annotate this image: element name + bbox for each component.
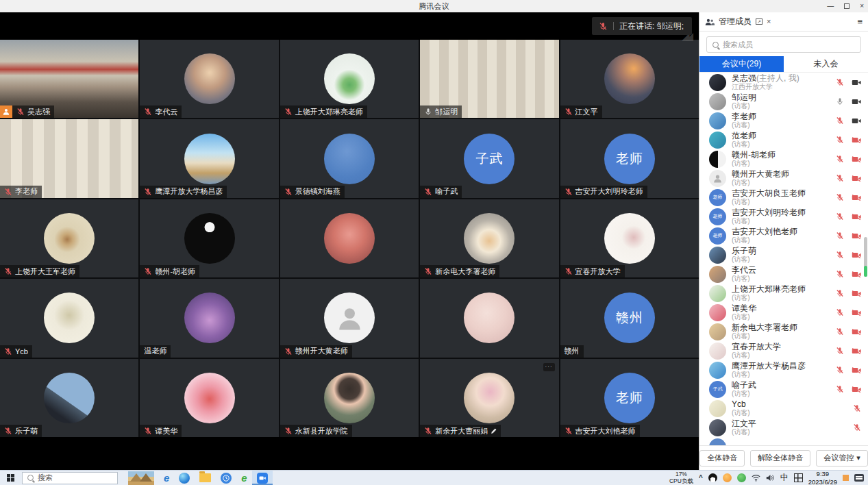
network-icon[interactable]	[752, 474, 760, 482]
camera-on-icon[interactable]	[852, 117, 861, 125]
more-options-icon[interactable]: ···	[543, 363, 555, 371]
mic-muted-icon[interactable]	[836, 116, 844, 125]
video-cell[interactable]: 江文平	[560, 40, 699, 118]
camera-off-icon[interactable]	[852, 347, 861, 355]
video-cell[interactable]: 上饶开大王军老师	[0, 199, 138, 277]
video-cell[interactable]: ···新余开大曹丽娟	[420, 359, 558, 437]
video-cell[interactable]	[420, 279, 558, 357]
mic-muted-icon[interactable]	[836, 347, 844, 355]
video-cell[interactable]: 邹运明	[420, 40, 558, 118]
video-cell[interactable]: 老师吉安开大刘明玲老师	[560, 119, 699, 197]
mic-muted-icon[interactable]	[836, 270, 844, 278]
mic-muted-icon[interactable]	[836, 232, 844, 240]
video-cell[interactable]: 鹰潭开放大学杨昌彦	[140, 119, 278, 197]
taskbar-search[interactable]: 搜索	[22, 472, 118, 484]
close-button[interactable]: ×	[860, 3, 864, 10]
camera-off-icon[interactable]	[852, 271, 861, 278]
mic-muted-icon[interactable]	[836, 385, 844, 393]
mic-muted-icon[interactable]	[836, 327, 844, 336]
video-cell[interactable]: 吴志强	[0, 40, 138, 118]
popout-icon[interactable]: ↗	[756, 18, 762, 25]
cpu-load-indicator[interactable]: 17% CPU负载	[669, 471, 693, 485]
camera-off-icon[interactable]	[852, 232, 861, 240]
tab-not-joined[interactable]: 未入会	[784, 56, 868, 72]
mic-muted-icon[interactable]	[836, 289, 844, 297]
green-shield-icon[interactable]	[737, 473, 746, 482]
camera-off-icon[interactable]	[852, 386, 861, 393]
taskbar-app-tencent-meeting[interactable]	[252, 471, 273, 485]
mute-all-button[interactable]: 全体静音	[699, 450, 745, 467]
video-cell[interactable]: 宜春开放大学	[560, 199, 699, 277]
scrollbar-thumb[interactable]	[864, 237, 867, 277]
camera-on-icon[interactable]	[852, 79, 861, 86]
mic-muted-icon[interactable]	[853, 423, 861, 432]
member-row[interactable]: 上饶开大郑琳亮老师 (访客)	[699, 284, 868, 303]
video-cell[interactable]: 乐子萌	[0, 359, 138, 437]
camera-off-icon[interactable]	[852, 136, 861, 144]
taskbar-app-browser360[interactable]: e	[236, 471, 251, 485]
member-row[interactable]: 李老师 (访客)	[699, 111, 868, 130]
orange-app-icon[interactable]	[723, 473, 732, 482]
video-cell[interactable]: Ycb	[0, 279, 138, 357]
member-row[interactable]: 乐子萌 (访客)	[699, 245, 868, 264]
mic-muted-icon[interactable]	[836, 193, 844, 201]
member-row[interactable]: 老师 吉安开大胡良玉老师 (访客)	[699, 188, 868, 207]
member-row[interactable]: 老师 吉安开大刘艳老师 (访客)	[699, 226, 868, 245]
camera-off-icon[interactable]	[852, 290, 861, 297]
camera-off-icon[interactable]	[852, 366, 861, 374]
camera-off-icon[interactable]	[852, 328, 861, 336]
search-input[interactable]	[723, 40, 855, 49]
camera-off-icon[interactable]	[852, 213, 861, 221]
menu-icon[interactable]: ≡	[857, 16, 863, 27]
video-cell[interactable]: 李代云	[140, 40, 278, 118]
member-row[interactable]: 江文平 (访客)	[699, 418, 868, 437]
mic-muted-icon[interactable]	[853, 404, 861, 412]
member-row[interactable]: 新余电大李署老师 (访客)	[699, 322, 868, 341]
member-row[interactable]: 老师 吉安开大刘明玲老师 (访客)	[699, 207, 868, 226]
member-row[interactable]: 吴志强(主持人, 我) 江西开放大学	[699, 73, 868, 92]
video-cell[interactable]	[280, 199, 419, 277]
ime-mode-icon[interactable]	[794, 473, 803, 482]
video-cell[interactable]: 赣州赣州	[560, 279, 699, 357]
camera-off-icon[interactable]	[852, 175, 861, 182]
unmute-all-button[interactable]: 解除全体静音	[750, 450, 810, 467]
video-cell[interactable]: 赣州开大黄老师	[280, 279, 419, 357]
clock[interactable]: 9:39 2023/6/29	[808, 470, 837, 485]
ime-language[interactable]: 中	[780, 472, 789, 484]
member-row[interactable]: 赣州开大黄老师 (访客)	[699, 169, 868, 188]
tab-in-meeting[interactable]: 会议中(29)	[699, 56, 784, 72]
member-row[interactable]: 赣州-胡老师 (访客)	[699, 149, 868, 169]
taskbar-app-ie[interactable]: e	[159, 471, 174, 485]
tray-app-icon[interactable]	[843, 475, 849, 481]
camera-off-icon[interactable]	[852, 194, 861, 201]
video-cell[interactable]: 新余电大李署老师	[420, 199, 558, 277]
maximize-button[interactable]	[844, 3, 850, 9]
mic-muted-icon[interactable]	[836, 251, 844, 259]
camera-off-icon[interactable]	[852, 156, 861, 163]
start-button[interactable]	[0, 471, 21, 485]
taskbar-app-clock-app[interactable]	[216, 471, 236, 485]
video-cell[interactable]: 谭美华	[140, 359, 278, 437]
video-cell[interactable]: 赣州-胡老师	[140, 199, 278, 277]
qq-icon[interactable]	[708, 473, 717, 482]
minimize-button[interactable]: —	[827, 3, 834, 10]
member-row[interactable]: 邹运明 (访客)	[699, 92, 868, 111]
mic-muted-icon[interactable]	[836, 308, 844, 316]
member-row[interactable]: 子武 喻子武 (访客)	[699, 380, 868, 399]
video-cell[interactable]: 子武喻子武	[420, 119, 558, 197]
mic-muted-icon[interactable]	[836, 212, 844, 221]
mic-muted-icon[interactable]	[836, 155, 844, 163]
notification-center-icon[interactable]	[854, 474, 864, 482]
mic-muted-icon[interactable]	[836, 78, 844, 86]
search-box[interactable]	[706, 36, 861, 53]
taskbar-app-edge[interactable]	[174, 471, 195, 485]
mic-muted-icon[interactable]	[836, 136, 844, 144]
camera-on-icon[interactable]	[852, 98, 861, 105]
taskbar-app-pyramids-thumbnail[interactable]	[123, 471, 159, 485]
mic-muted-icon[interactable]	[836, 366, 844, 374]
member-row[interactable]: 鹰潭开放大学杨昌彦 (访客)	[699, 360, 868, 380]
video-cell[interactable]: 上饶开大郑琳亮老师	[280, 40, 419, 118]
meeting-control-button[interactable]: 会议管控▾	[816, 450, 868, 467]
camera-off-icon[interactable]	[852, 251, 861, 259]
video-cell[interactable]: 景德镇刘海燕	[280, 119, 419, 197]
